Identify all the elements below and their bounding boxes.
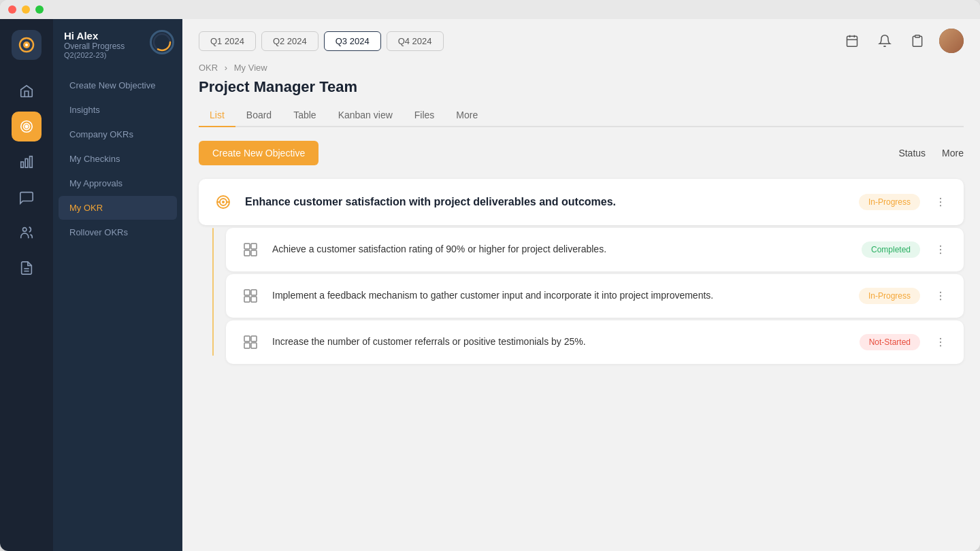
svg-point-40 xyxy=(940,299,941,300)
svg-point-31 xyxy=(940,246,941,247)
svg-point-32 xyxy=(940,249,941,250)
top-header: Q1 2024Q2 2024Q3 2024Q4 2024 xyxy=(182,19,980,63)
quarter-tabs: Q1 2024Q2 2024Q3 2024Q4 2024 xyxy=(199,31,444,51)
objective-more-button[interactable] xyxy=(931,193,950,212)
quarter-tab-q3-2024[interactable]: Q3 2024 xyxy=(324,31,381,51)
sidebar-nav-company-okrs[interactable]: Company OKRs xyxy=(59,122,177,146)
key-results-container-obj-1: Achieve a customer satisfaction rating o… xyxy=(199,228,964,369)
view-tab-more[interactable]: More xyxy=(445,104,489,127)
svg-point-24 xyxy=(940,198,941,199)
breadcrumb-separator: › xyxy=(225,63,227,73)
kr-text: Achieve a customer satisfaction rating o… xyxy=(272,243,851,256)
close-dot[interactable] xyxy=(8,5,16,14)
quarter-tab-q1-2024[interactable]: Q1 2024 xyxy=(199,31,256,51)
minimize-dot[interactable] xyxy=(22,5,30,14)
svg-point-47 xyxy=(940,345,941,346)
quarter-tab-q2-2024[interactable]: Q2 2024 xyxy=(261,31,318,51)
svg-rect-36 xyxy=(244,297,250,302)
svg-point-45 xyxy=(940,338,941,339)
breadcrumb-current: My View xyxy=(234,63,267,73)
calendar-icon-btn[interactable] xyxy=(841,30,863,52)
svg-rect-27 xyxy=(244,244,250,249)
sidebar-icon-team[interactable] xyxy=(12,218,42,248)
svg-point-5 xyxy=(25,125,28,128)
breadcrumb: OKR › My View xyxy=(199,63,964,73)
objective-title: Enhance customer satisfaction with proje… xyxy=(245,195,848,210)
kr-status-badge: In-Progress xyxy=(859,288,920,304)
kr-more-button[interactable] xyxy=(931,286,950,305)
view-tab-table[interactable]: Table xyxy=(282,104,327,127)
svg-rect-44 xyxy=(251,343,257,348)
svg-rect-8 xyxy=(30,156,33,168)
sidebar-nav-my-approvals[interactable]: My Approvals xyxy=(59,171,177,195)
user-info: Hi Alex Overall Progress Q2(2022-23) xyxy=(53,30,182,73)
kr-status-badge: Completed xyxy=(862,241,920,258)
view-tab-list[interactable]: List xyxy=(199,104,235,127)
sidebar-nav-rollover-okrs[interactable]: Rollover OKRs xyxy=(59,220,177,244)
create-objective-button[interactable]: Create New Objective xyxy=(199,141,318,165)
sidebar-nav-create-new-objective[interactable]: Create New Objective xyxy=(59,73,177,97)
sidebar-icon-messages[interactable] xyxy=(12,182,42,212)
period-label: Q2(2022-23) xyxy=(64,51,106,59)
logo-icon xyxy=(17,35,36,54)
avatar-image xyxy=(939,29,964,53)
svg-point-33 xyxy=(940,252,941,254)
svg-rect-18 xyxy=(915,35,920,37)
bell-icon-btn[interactable] xyxy=(874,30,896,52)
app-window: Hi Alex Overall Progress Q2(2022-23) Cre… xyxy=(0,0,980,551)
view-tab-kanban-view[interactable]: Kanban view xyxy=(327,104,404,127)
kr-text: Implement a feedback mechanism to gather… xyxy=(272,289,848,303)
kr-more-button[interactable] xyxy=(931,240,950,259)
svg-rect-6 xyxy=(21,162,24,167)
nav-items-container: Create New ObjectiveInsightsCompany OKRs… xyxy=(53,73,182,245)
svg-rect-7 xyxy=(25,158,28,167)
view-tab-board[interactable]: Board xyxy=(235,104,282,127)
svg-rect-43 xyxy=(244,343,250,348)
svg-rect-34 xyxy=(244,290,250,295)
left-nav: Hi Alex Overall Progress Q2(2022-23) Cre… xyxy=(53,19,182,551)
sidebar-icon-home[interactable] xyxy=(12,76,42,106)
icon-sidebar xyxy=(0,19,53,551)
svg-rect-29 xyxy=(244,250,250,256)
objective-card-obj-1: Enhance customer satisfaction with proje… xyxy=(199,179,964,225)
content-area: OKR › My View Project Manager Team ListB… xyxy=(182,63,980,551)
sidebar-nav-my-okr[interactable]: My OKR xyxy=(59,196,177,220)
quarter-tab-q4-2024[interactable]: Q4 2024 xyxy=(387,31,444,51)
kr-icon xyxy=(240,331,261,353)
sidebar-nav-my-checkins[interactable]: My Checkins xyxy=(59,147,177,171)
objective-icon xyxy=(212,191,234,213)
sidebar-icon-okr[interactable] xyxy=(12,112,42,141)
page-title: Project Manager Team xyxy=(199,78,964,96)
svg-point-21 xyxy=(222,201,225,203)
svg-point-25 xyxy=(940,201,941,203)
user-avatar[interactable] xyxy=(939,29,964,53)
user-greeting: Hi Alex xyxy=(64,30,98,41)
svg-rect-28 xyxy=(251,244,257,249)
sidebar-icon-reports[interactable] xyxy=(12,253,42,283)
breadcrumb-root: OKR xyxy=(199,63,218,73)
view-tab-files[interactable]: Files xyxy=(404,104,446,127)
kr-card-kr-1: Achieve a customer satisfaction rating o… xyxy=(226,228,964,271)
action-bar-right: Status More xyxy=(898,148,964,158)
svg-point-46 xyxy=(940,341,941,343)
svg-rect-37 xyxy=(251,297,257,302)
sidebar-nav-insights[interactable]: Insights xyxy=(59,98,177,122)
main-content: Q1 2024Q2 2024Q3 2024Q4 2024 xyxy=(182,19,980,551)
kr-more-button[interactable] xyxy=(931,333,950,352)
svg-point-38 xyxy=(940,292,941,293)
kr-status-badge: Not-Started xyxy=(860,334,920,350)
svg-rect-35 xyxy=(251,290,257,295)
svg-point-2 xyxy=(25,44,28,46)
kr-card-kr-3: Increase the number of customer referral… xyxy=(226,320,964,364)
kr-icon xyxy=(240,239,261,261)
maximize-dot[interactable] xyxy=(35,5,44,14)
kr-card-kr-2: Implement a feedback mechanism to gather… xyxy=(226,274,964,318)
svg-rect-41 xyxy=(244,336,250,341)
sidebar-icon-analytics[interactable] xyxy=(12,147,42,177)
clipboard-icon-btn[interactable] xyxy=(906,30,928,52)
action-bar: Create New Objective Status More xyxy=(199,141,964,165)
view-tabs: ListBoardTableKanban viewFilesMore xyxy=(199,104,964,127)
objectives-list: Enhance customer satisfaction with proje… xyxy=(199,179,964,369)
logo[interactable] xyxy=(12,30,42,60)
clipboard-icon xyxy=(911,34,924,48)
